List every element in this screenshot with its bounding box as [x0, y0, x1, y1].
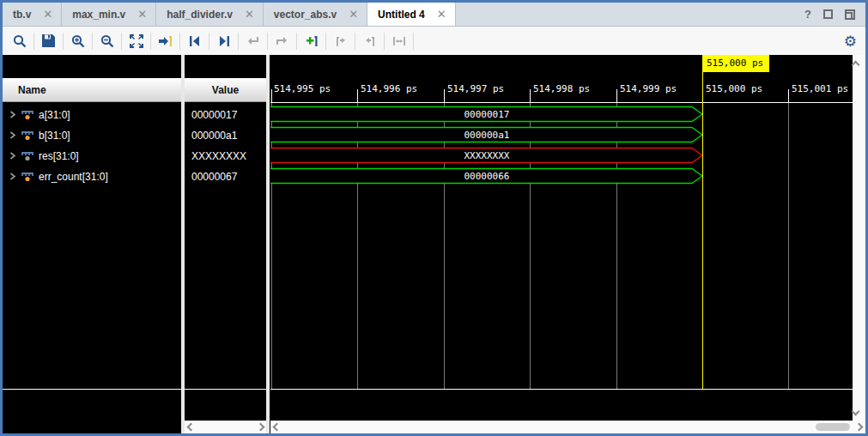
- axis-tick: [616, 89, 617, 102]
- axis-tick-label: 514,997 ps: [447, 83, 504, 94]
- search-icon[interactable]: [8, 31, 31, 51]
- name-column-header[interactable]: Name: [3, 78, 181, 102]
- axis-tick-label: 514,998 ps: [533, 83, 590, 94]
- tab-label: half_divider.v: [167, 9, 233, 21]
- axis-tick: [530, 89, 531, 102]
- signal-value: 00000017: [191, 105, 237, 125]
- signal-name: b[31:0]: [39, 130, 70, 142]
- close-icon[interactable]: ✕: [43, 8, 52, 21]
- signal-value: XXXXXXXX: [191, 146, 246, 167]
- expand-chevron-icon[interactable]: [9, 109, 16, 121]
- waveform-footer-strip: [270, 390, 853, 421]
- save-icon[interactable]: [37, 31, 60, 51]
- axis-tick-label: 515,000 ps: [706, 83, 762, 94]
- float-window-icon[interactable]: [845, 9, 855, 20]
- maximize-icon[interactable]: [823, 9, 833, 19]
- waveform-content: Name a[31:0] b[31:0] res[31:0]: [3, 55, 865, 433]
- waveform-toolbar: ⚙: [3, 27, 865, 55]
- expand-chevron-icon[interactable]: [9, 150, 16, 162]
- cursor-time-badge[interactable]: 515,000 ps: [702, 55, 769, 72]
- axis-tick-label: 515,001 ps: [792, 83, 848, 94]
- values-horizontal-scrollbar[interactable]: [185, 421, 266, 433]
- close-icon[interactable]: ✕: [245, 8, 254, 21]
- bus-signal-icon: [21, 110, 33, 120]
- next-marker-icon: [358, 31, 381, 51]
- scroll-left-icon[interactable]: [185, 421, 197, 433]
- expand-chevron-icon[interactable]: [9, 130, 16, 142]
- signal-values-panel: Value 00000017 000000a1 XXXXXXXX 0000006…: [185, 55, 266, 433]
- zoom-in-icon[interactable]: [66, 31, 89, 51]
- add-marker-icon[interactable]: [300, 31, 323, 51]
- bus-waveforms: 00000017 000000a1 XXXXXXXX 00000066: [270, 103, 853, 189]
- bus-wave-value: 00000017: [464, 109, 510, 120]
- tab-label: vector_abs.v: [274, 9, 337, 21]
- axis-tick: [788, 89, 789, 102]
- signal-row-err-count[interactable]: err_count[31:0]: [3, 167, 181, 187]
- zoom-out-icon[interactable]: [95, 31, 118, 51]
- waveform-window: tb.v ✕ max_min.v ✕ half_divider.v ✕ vect…: [0, 0, 868, 436]
- signal-name: a[31:0]: [39, 109, 70, 121]
- axis-tick-label: 514,996 ps: [361, 83, 417, 94]
- signal-names-panel: Name a[31:0] b[31:0] res[31:0]: [3, 55, 181, 433]
- axis-tick-label: 514,999 ps: [620, 83, 677, 94]
- swap-cursor-icon: [241, 31, 264, 51]
- interval-icon: [387, 31, 410, 51]
- signal-name: res[31:0]: [39, 150, 79, 162]
- signal-row-b[interactable]: b[31:0]: [3, 125, 181, 146]
- waveform-horizontal-scrollbar[interactable]: [270, 421, 853, 433]
- signal-value: 00000067: [191, 167, 237, 187]
- scroll-right-icon[interactable]: [254, 421, 266, 433]
- tab-half-divider-v[interactable]: half_divider.v ✕: [156, 3, 264, 26]
- bus-signal-icon: [21, 130, 33, 141]
- previous-marker-icon: [329, 31, 352, 51]
- next-transition-icon[interactable]: [212, 31, 235, 51]
- axis-tick-label: 514,995 ps: [274, 83, 331, 94]
- value-column-header[interactable]: Value: [185, 78, 266, 102]
- panel-splitter[interactable]: [266, 55, 270, 433]
- tab-untitled-4[interactable]: Untitled 4 ✕: [367, 3, 456, 26]
- axis-tick: [444, 89, 445, 102]
- scroll-left-icon[interactable]: [270, 421, 282, 433]
- settings-gear-icon[interactable]: ⚙: [844, 33, 857, 50]
- close-icon[interactable]: ✕: [137, 8, 147, 21]
- tab-bar: tb.v ✕ max_min.v ✕ half_divider.v ✕ vect…: [3, 3, 865, 27]
- bus-wave-value: 000000a1: [464, 130, 510, 141]
- close-icon[interactable]: ✕: [437, 8, 446, 21]
- axis-tick: [357, 89, 358, 102]
- waveform-vertical-scrollbar[interactable]: [853, 55, 865, 421]
- panel-divider-line: [185, 389, 266, 390]
- signal-value: 000000a1: [191, 125, 237, 146]
- expand-chevron-icon[interactable]: [9, 171, 16, 183]
- bus-signal-unknown-icon: [21, 151, 33, 161]
- window-controls: ?: [804, 3, 865, 26]
- time-cursor-line[interactable]: [702, 72, 703, 389]
- tab-max-min-v[interactable]: max_min.v ✕: [62, 3, 156, 26]
- tab-vector-abs-v[interactable]: vector_abs.v ✕: [264, 3, 367, 26]
- snap-cursor-icon: [270, 31, 294, 51]
- scroll-right-icon[interactable]: [853, 421, 865, 433]
- tab-label: max_min.v: [72, 9, 125, 21]
- bus-wave-value: 00000066: [464, 171, 510, 182]
- bus-wave-value: XXXXXXXX: [464, 150, 510, 161]
- tab-label: Untitled 4: [378, 9, 425, 21]
- waveform-plot-area[interactable]: 515,000 ps 514,995 ps 514,996 ps 514,997…: [270, 55, 853, 433]
- zoom-to-cursor-icon[interactable]: [154, 31, 177, 51]
- axis-tick: [271, 89, 272, 102]
- previous-transition-icon[interactable]: [183, 31, 206, 51]
- tab-tb-v[interactable]: tb.v ✕: [3, 3, 62, 26]
- panel-divider-line: [3, 389, 181, 390]
- close-icon[interactable]: ✕: [349, 8, 358, 21]
- tab-label: tb.v: [13, 9, 31, 21]
- bus-signal-icon: [21, 172, 33, 182]
- scrollbar-thumb[interactable]: [816, 423, 850, 431]
- help-icon[interactable]: ?: [804, 8, 811, 21]
- zoom-fit-icon[interactable]: [124, 31, 148, 51]
- signal-row-res[interactable]: res[31:0]: [3, 146, 181, 167]
- signal-name: err_count[31:0]: [39, 171, 108, 183]
- signal-row-a[interactable]: a[31:0]: [3, 105, 181, 125]
